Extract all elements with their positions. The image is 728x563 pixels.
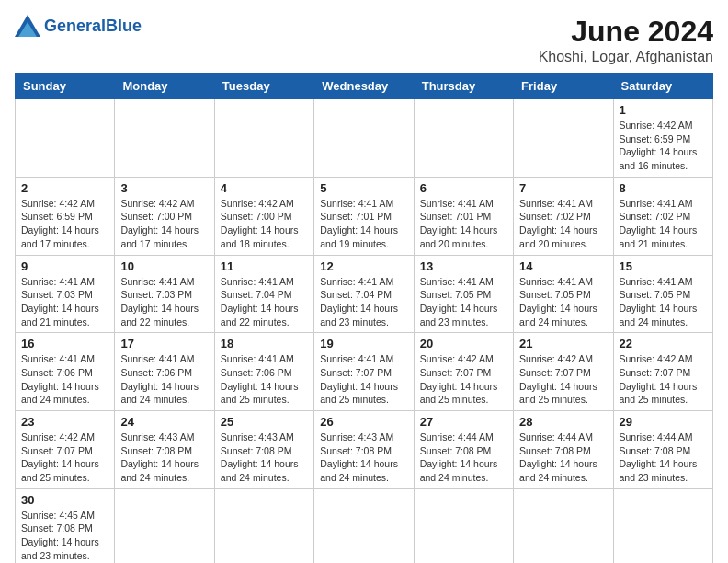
calendar-cell: 12Sunrise: 4:41 AM Sunset: 7:04 PM Dayli… (314, 255, 414, 333)
day-info: Sunrise: 4:44 AM Sunset: 7:08 PM Dayligh… (519, 431, 607, 485)
day-info: Sunrise: 4:41 AM Sunset: 7:02 PM Dayligh… (519, 197, 607, 251)
calendar-cell: 14Sunrise: 4:41 AM Sunset: 7:05 PM Dayli… (514, 255, 613, 333)
day-number: 14 (519, 259, 607, 273)
calendar-cell: 13Sunrise: 4:41 AM Sunset: 7:05 PM Dayli… (414, 255, 513, 333)
calendar-cell: 21Sunrise: 4:42 AM Sunset: 7:07 PM Dayli… (514, 333, 613, 411)
day-info: Sunrise: 4:41 AM Sunset: 7:06 PM Dayligh… (21, 352, 108, 407)
calendar-cell: 11Sunrise: 4:41 AM Sunset: 7:04 PM Dayli… (214, 255, 313, 333)
calendar-cell: 9Sunrise: 4:41 AM Sunset: 7:03 PM Daylig… (16, 255, 115, 333)
day-info: Sunrise: 4:41 AM Sunset: 7:06 PM Dayligh… (120, 352, 208, 407)
day-info: Sunrise: 4:41 AM Sunset: 7:01 PM Dayligh… (420, 197, 507, 251)
day-info: Sunrise: 4:42 AM Sunset: 7:00 PM Dayligh… (120, 197, 208, 251)
day-info: Sunrise: 4:42 AM Sunset: 6:59 PM Dayligh… (620, 119, 707, 173)
day-number: 17 (120, 337, 208, 350)
calendar-cell (314, 488, 414, 563)
weekday-header: Thursday (414, 74, 513, 99)
day-number: 10 (120, 259, 208, 273)
calendar-cell: 8Sunrise: 4:41 AM Sunset: 7:02 PM Daylig… (613, 177, 712, 255)
day-info: Sunrise: 4:44 AM Sunset: 7:08 PM Dayligh… (620, 431, 707, 485)
calendar-cell: 17Sunrise: 4:41 AM Sunset: 7:06 PM Dayli… (115, 333, 214, 411)
day-number: 24 (120, 415, 208, 429)
calendar-cell: 15Sunrise: 4:41 AM Sunset: 7:05 PM Dayli… (613, 255, 712, 333)
calendar-cell (214, 99, 313, 178)
calendar-cell (16, 99, 115, 178)
day-number: 5 (320, 181, 407, 195)
weekday-header: Monday (115, 74, 214, 99)
calendar-cell (414, 99, 513, 178)
day-info: Sunrise: 4:43 AM Sunset: 7:08 PM Dayligh… (120, 431, 208, 485)
day-number: 30 (21, 493, 108, 507)
day-info: Sunrise: 4:41 AM Sunset: 7:03 PM Dayligh… (120, 275, 208, 329)
day-info: Sunrise: 4:41 AM Sunset: 7:03 PM Dayligh… (21, 275, 108, 329)
day-number: 25 (221, 415, 308, 429)
day-number: 4 (221, 181, 308, 195)
logo-icon (15, 15, 40, 37)
calendar-cell (115, 99, 214, 178)
calendar-cell (214, 488, 313, 563)
calendar-cell: 20Sunrise: 4:42 AM Sunset: 7:07 PM Dayli… (414, 333, 513, 411)
calendar-cell: 1Sunrise: 4:42 AM Sunset: 6:59 PM Daylig… (613, 99, 712, 178)
calendar-cell: 7Sunrise: 4:41 AM Sunset: 7:02 PM Daylig… (514, 177, 613, 255)
weekday-header: Tuesday (214, 74, 313, 99)
calendar-subtitle: Khoshi, Logar, Afghanistan (539, 49, 713, 65)
calendar-cell (613, 488, 712, 563)
calendar-cell: 23Sunrise: 4:42 AM Sunset: 7:07 PM Dayli… (16, 411, 115, 489)
calendar-cell: 22Sunrise: 4:42 AM Sunset: 7:07 PM Dayli… (613, 333, 712, 411)
title-area: June 2024 Khoshi, Logar, Afghanistan (539, 15, 713, 65)
calendar-cell (514, 488, 613, 563)
day-number: 29 (620, 415, 707, 429)
calendar-cell (314, 99, 414, 178)
calendar-week-row: 23Sunrise: 4:42 AM Sunset: 7:07 PM Dayli… (16, 411, 713, 489)
day-info: Sunrise: 4:41 AM Sunset: 7:04 PM Dayligh… (221, 275, 308, 329)
weekday-header: Saturday (613, 74, 712, 99)
weekday-header: Wednesday (314, 74, 414, 99)
day-number: 23 (21, 415, 108, 429)
day-info: Sunrise: 4:41 AM Sunset: 7:06 PM Dayligh… (221, 352, 308, 407)
calendar-cell: 26Sunrise: 4:43 AM Sunset: 7:08 PM Dayli… (314, 411, 414, 489)
day-info: Sunrise: 4:41 AM Sunset: 7:05 PM Dayligh… (620, 275, 707, 329)
calendar-cell: 4Sunrise: 4:42 AM Sunset: 7:00 PM Daylig… (214, 177, 313, 255)
calendar-week-row: 2Sunrise: 4:42 AM Sunset: 6:59 PM Daylig… (16, 177, 713, 255)
day-number: 20 (420, 337, 507, 350)
day-info: Sunrise: 4:44 AM Sunset: 7:08 PM Dayligh… (420, 431, 507, 485)
calendar-cell: 5Sunrise: 4:41 AM Sunset: 7:01 PM Daylig… (314, 177, 414, 255)
day-number: 2 (21, 181, 108, 195)
calendar-week-row: 30Sunrise: 4:45 AM Sunset: 7:08 PM Dayli… (16, 488, 713, 563)
day-number: 21 (519, 337, 607, 350)
day-info: Sunrise: 4:42 AM Sunset: 7:00 PM Dayligh… (221, 197, 308, 251)
day-info: Sunrise: 4:43 AM Sunset: 7:08 PM Dayligh… (320, 431, 407, 485)
day-info: Sunrise: 4:41 AM Sunset: 7:04 PM Dayligh… (320, 275, 407, 329)
day-info: Sunrise: 4:41 AM Sunset: 7:05 PM Dayligh… (420, 275, 507, 329)
day-number: 11 (221, 259, 308, 273)
calendar-title: June 2024 (539, 15, 713, 49)
day-number: 28 (519, 415, 607, 429)
day-number: 16 (21, 337, 108, 350)
calendar-cell: 16Sunrise: 4:41 AM Sunset: 7:06 PM Dayli… (16, 333, 115, 411)
day-number: 1 (620, 103, 707, 117)
calendar-cell: 28Sunrise: 4:44 AM Sunset: 7:08 PM Dayli… (514, 411, 613, 489)
calendar-week-row: 9Sunrise: 4:41 AM Sunset: 7:03 PM Daylig… (16, 255, 713, 333)
logo-general: General (44, 17, 106, 35)
calendar-cell (414, 488, 513, 563)
logo: GeneralBlue (15, 15, 142, 37)
day-number: 26 (320, 415, 407, 429)
calendar-cell: 3Sunrise: 4:42 AM Sunset: 7:00 PM Daylig… (115, 177, 214, 255)
day-info: Sunrise: 4:45 AM Sunset: 7:08 PM Dayligh… (21, 509, 108, 563)
day-info: Sunrise: 4:41 AM Sunset: 7:02 PM Dayligh… (620, 197, 707, 251)
calendar-cell: 6Sunrise: 4:41 AM Sunset: 7:01 PM Daylig… (414, 177, 513, 255)
calendar-cell: 27Sunrise: 4:44 AM Sunset: 7:08 PM Dayli… (414, 411, 513, 489)
calendar-cell (514, 99, 613, 178)
calendar-cell: 29Sunrise: 4:44 AM Sunset: 7:08 PM Dayli… (613, 411, 712, 489)
calendar-cell (115, 488, 214, 563)
day-info: Sunrise: 4:42 AM Sunset: 6:59 PM Dayligh… (21, 197, 108, 251)
day-info: Sunrise: 4:41 AM Sunset: 7:05 PM Dayligh… (519, 275, 607, 329)
day-info: Sunrise: 4:42 AM Sunset: 7:07 PM Dayligh… (519, 352, 607, 407)
logo-text: GeneralBlue (44, 17, 142, 36)
calendar-cell: 19Sunrise: 4:41 AM Sunset: 7:07 PM Dayli… (314, 333, 414, 411)
weekday-header: Sunday (16, 74, 115, 99)
day-number: 13 (420, 259, 507, 273)
day-number: 19 (320, 337, 407, 350)
day-number: 3 (120, 181, 208, 195)
calendar-cell: 25Sunrise: 4:43 AM Sunset: 7:08 PM Dayli… (214, 411, 313, 489)
header: GeneralBlue June 2024 Khoshi, Logar, Afg… (15, 15, 713, 65)
